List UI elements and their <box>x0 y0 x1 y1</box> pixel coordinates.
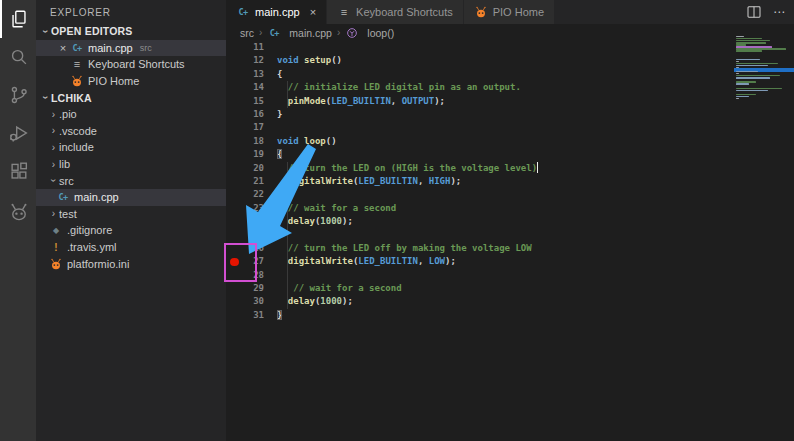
line-number[interactable]: 29 <box>226 282 270 295</box>
code-line: 13{ <box>226 68 794 81</box>
line-number[interactable]: 18 <box>226 135 270 148</box>
tree-file-platformio-ini[interactable]: platformio.ini <box>36 255 226 272</box>
tab-PIO-Home[interactable]: PIO Home <box>464 0 555 24</box>
tree-folder--pio[interactable]: ›.pio <box>36 106 226 123</box>
breakpoint-icon[interactable] <box>230 258 239 267</box>
line-number[interactable]: 21 <box>226 175 270 188</box>
line-number[interactable]: 28 <box>226 269 270 282</box>
sidebar-title: EXPLORER <box>36 0 226 23</box>
minimap-line <box>736 50 762 51</box>
code-line-text[interactable]: } <box>270 309 282 322</box>
line-number[interactable]: 25 <box>226 228 270 241</box>
code-editor[interactable]: 1112void setup()13{14 // initialize LED … <box>226 41 794 322</box>
code-line-text[interactable]: // turn the LED off by making the voltag… <box>270 242 532 255</box>
gitignore-icon: ◆ <box>49 226 63 235</box>
activity-bar-item-run-debug[interactable] <box>0 114 36 152</box>
tab-main-cpp[interactable]: C+main.cpp× <box>226 0 327 24</box>
tab-bar: C+main.cpp×≡Keyboard ShortcutsPIO Home ⋯ <box>226 0 794 24</box>
workspace-header[interactable]: ›LCHIKA <box>36 89 226 106</box>
code-token: pinMode <box>288 96 326 106</box>
line-number[interactable]: 16 <box>226 108 270 121</box>
tree-folder-src[interactable]: ›src <box>36 172 226 189</box>
code-token: delay <box>288 296 315 306</box>
open-editor-item[interactable]: ×C+main.cppsrc <box>36 40 226 57</box>
code-line-text[interactable]: // wait for a second <box>270 282 402 295</box>
tree-file--gitignore[interactable]: ◆.gitignore <box>36 222 226 239</box>
close-icon[interactable]: × <box>56 42 70 54</box>
code-line-text[interactable]: { <box>270 148 282 161</box>
line-number[interactable]: 31 <box>226 309 270 322</box>
line-number[interactable]: 14 <box>226 81 270 94</box>
tree-folder--vscode[interactable]: ›.vscode <box>36 123 226 140</box>
code-line-text[interactable] <box>270 188 277 201</box>
breadcrumb-item[interactable]: C+main.cpp <box>267 27 332 39</box>
explorer-sidebar: EXPLORER ›OPEN EDITORS×C+main.cppsrc≡Key… <box>36 0 226 441</box>
code-line-text[interactable]: pinMode(LED_BUILTIN, OUTPUT); <box>270 95 445 108</box>
tab-label: main.cpp <box>255 6 300 18</box>
line-number[interactable]: 17 <box>226 121 270 134</box>
code-line-text[interactable]: { <box>270 68 282 81</box>
code-token: ); <box>450 176 461 186</box>
breadcrumb-item[interactable]: loop() <box>345 27 394 39</box>
line-number[interactable]: 30 <box>226 295 270 308</box>
code-line-text[interactable]: // turn the LED on (HIGH is the voltage … <box>270 162 538 175</box>
code-line-text[interactable] <box>270 121 277 134</box>
open-editor-item[interactable]: PIO Home <box>36 73 226 90</box>
activity-bar-item-extensions[interactable] <box>0 152 36 190</box>
activity-bar-item-platformio[interactable] <box>0 193 36 231</box>
line-number[interactable]: 11 <box>226 41 270 54</box>
code-line-text[interactable]: } <box>270 108 282 121</box>
more-actions-icon[interactable]: ⋯ <box>773 5 786 19</box>
code-line-text[interactable] <box>270 269 277 282</box>
line-number[interactable]: 19 <box>226 148 270 161</box>
code-line-text[interactable]: void setup() <box>270 54 342 67</box>
chevron-right-icon: › <box>48 125 59 136</box>
minimap-line <box>736 63 778 64</box>
line-number[interactable]: 23 <box>226 202 270 215</box>
code-line-text[interactable]: // initialize LED digital pin as an outp… <box>270 81 521 94</box>
tab-Keyboard-Shortcuts[interactable]: ≡Keyboard Shortcuts <box>327 0 464 24</box>
line-number[interactable]: 20 <box>226 162 270 175</box>
line-number[interactable]: 27 <box>226 255 270 268</box>
code-line-text[interactable]: digitalWrite(LED_BUILTIN, LOW); <box>270 255 456 268</box>
code-line-text[interactable]: // wait for a second <box>270 202 396 215</box>
minimap-line <box>736 90 768 91</box>
code-token: , <box>418 176 429 186</box>
line-number[interactable]: 13 <box>226 68 270 81</box>
tree-folder-lib[interactable]: ›lib <box>36 156 226 173</box>
minimap[interactable] <box>734 36 794 106</box>
code-line-text[interactable]: delay(1000); <box>270 295 353 308</box>
pio-icon <box>474 6 488 18</box>
line-number[interactable]: 12 <box>226 54 270 67</box>
code-line-text[interactable]: void loop() <box>270 135 337 148</box>
open-editor-label: main.cpp <box>88 42 133 54</box>
line-number[interactable]: 24 <box>226 215 270 228</box>
activity-bar-item-explorer[interactable] <box>0 0 36 38</box>
split-editor-icon[interactable] <box>747 6 761 18</box>
code-line-text[interactable]: digitalWrite(LED_BUILTIN, HIGH); <box>270 175 461 188</box>
tree-item-label: .vscode <box>59 125 97 137</box>
open-editor-item[interactable]: ≡Keyboard Shortcuts <box>36 56 226 73</box>
tree-file-main-cpp[interactable]: C+main.cpp <box>36 189 226 206</box>
minimap-line <box>736 59 760 60</box>
code-line-text[interactable] <box>270 41 277 54</box>
open-editors-header[interactable]: ›OPEN EDITORS <box>36 23 226 40</box>
tree-folder-test[interactable]: ›test <box>36 206 226 223</box>
code-line-text[interactable]: delay(1000); <box>270 215 353 228</box>
minimap-line <box>736 83 749 84</box>
line-number[interactable]: 15 <box>226 95 270 108</box>
open-editors-section: ›OPEN EDITORS×C+main.cppsrc≡Keyboard Sho… <box>36 23 226 89</box>
activity-bar-item-source-control[interactable] <box>0 76 36 114</box>
tree-file--travis-yml[interactable]: !.travis.yml <box>36 239 226 256</box>
line-number[interactable]: 26 <box>226 242 270 255</box>
code-line-text[interactable] <box>270 228 277 241</box>
code-token: loop <box>304 136 326 146</box>
breadcrumb-item[interactable]: src <box>240 27 254 39</box>
activity-bar-item-search[interactable] <box>0 38 36 76</box>
close-icon[interactable]: × <box>310 6 316 18</box>
tree-folder-include[interactable]: ›include <box>36 139 226 156</box>
line-number[interactable]: 22 <box>226 188 270 201</box>
code-line: 11 <box>226 41 794 54</box>
workspace-tree: ›LCHIKA›.pio›.vscode›include›lib›srcC+ma… <box>36 89 226 272</box>
code-line: 26 // turn the LED off by making the vol… <box>226 242 794 255</box>
